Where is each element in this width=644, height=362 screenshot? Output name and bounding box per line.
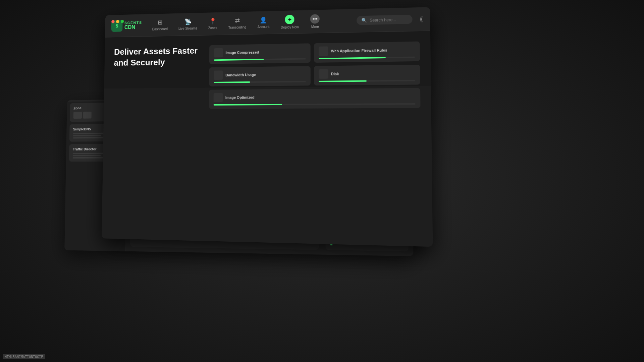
- stat-header-2: Web Application Firewall Rules: [319, 45, 415, 56]
- stats-grid: Image Compressed Web Application Firewal…: [209, 42, 421, 109]
- stat-bar-fill-4: [319, 80, 366, 82]
- line-3: [73, 157, 106, 159]
- close-dot[interactable]: [111, 20, 114, 23]
- stat-bar-5: [214, 103, 416, 106]
- stat-bar-fill-1: [214, 59, 264, 61]
- stat-bar-3: [214, 81, 306, 83]
- stat-bar-fill-2: [319, 57, 386, 59]
- nav-transcoding[interactable]: ⇄ Transcoding: [224, 15, 250, 32]
- nav-deploy[interactable]: + Deploy Now: [277, 13, 303, 32]
- nav-more[interactable]: ••• More: [306, 12, 324, 31]
- stat-waf: Web Application Firewall Rules: [314, 42, 420, 63]
- stat-image-optimized: Image Optimized: [209, 88, 421, 109]
- nav-zones-label: Zones: [208, 26, 217, 30]
- hero-section: Deliver Assets Faster and Securely Image…: [104, 31, 431, 88]
- stat-name-2: Web Application Firewall Rules: [331, 48, 387, 53]
- line-2: [73, 135, 101, 136]
- stat-bar-fill-5: [214, 104, 282, 106]
- stat-thumb-4: [319, 69, 328, 79]
- nav-transcoding-label: Transcoding: [228, 25, 246, 29]
- stat-header-5: Image Optimized: [214, 92, 416, 102]
- search-icon: 🔍: [361, 18, 367, 23]
- stat-header-1: Image Compressed: [214, 47, 306, 58]
- nav-zones[interactable]: 📍 Zones: [204, 15, 221, 32]
- nav-dashboard-label: Dashboard: [152, 27, 168, 31]
- stat-image-compressed: Image Compressed: [209, 43, 311, 64]
- collapse-button[interactable]: ⟪: [420, 15, 423, 23]
- stat-header-4: Disk: [319, 68, 415, 79]
- nav-account[interactable]: 👤 Account: [254, 14, 274, 31]
- window-controls: [108, 17, 128, 26]
- search-input[interactable]: [370, 17, 408, 23]
- nav-deploy-label: Deploy Now: [281, 25, 299, 29]
- stat-bar-4: [319, 80, 415, 82]
- account-icon: 👤: [260, 16, 267, 24]
- stat-name-4: Disk: [331, 72, 339, 76]
- stat-bar-2: [319, 57, 415, 59]
- line-2: [73, 155, 101, 156]
- hero-text: Deliver Assets Faster and Securely: [114, 45, 203, 68]
- stat-name-5: Image Optimized: [225, 95, 255, 99]
- stat-thumb-5: [214, 93, 223, 102]
- stat-bar-1: [214, 58, 306, 61]
- line-3: [73, 137, 106, 139]
- stat-name-3: Bandwidth Usage: [225, 73, 256, 77]
- stat-bar-fill-3: [214, 81, 250, 83]
- more-icon: •••: [310, 14, 320, 23]
- nav-account-label: Account: [257, 25, 269, 29]
- hero-title: Deliver Assets Faster and Securely: [114, 45, 203, 68]
- main-app-window: 5 SCENTS CDN ⊞ Dashboard 📡 Live Streams …: [102, 7, 433, 247]
- stat-thumb-2: [319, 46, 328, 56]
- transcoding-icon: ⇄: [235, 17, 240, 24]
- maximize-dot[interactable]: [121, 20, 124, 23]
- minimize-dot[interactable]: [116, 20, 119, 23]
- stat-thumb-3: [214, 70, 223, 80]
- zone-icon-1: [73, 112, 82, 119]
- live-streams-icon: 📡: [184, 18, 192, 25]
- dashboard-icon: ⊞: [158, 19, 162, 26]
- stat-disk: Disk: [314, 65, 420, 85]
- nav-live-streams-label: Live Streams: [178, 26, 197, 31]
- nav-live-streams[interactable]: 📡 Live Streams: [175, 16, 201, 33]
- nav-more-label: More: [311, 25, 319, 28]
- stat-header-3: Bandwidth Usage: [214, 69, 306, 80]
- nav-dashboard[interactable]: ⊞ Dashboard: [148, 17, 171, 33]
- stat-bandwidth: Bandwidth Usage: [209, 66, 311, 86]
- deploy-icon: +: [285, 15, 294, 24]
- stat-name-1: Image Compressed: [226, 50, 259, 55]
- watermark: HTML5ANIMATIONTOGIF: [3, 354, 45, 359]
- zones-icon: 📍: [209, 18, 216, 25]
- stat-thumb-1: [214, 48, 223, 58]
- search-bar[interactable]: 🔍: [357, 15, 413, 25]
- zone-icon-2: [83, 112, 92, 119]
